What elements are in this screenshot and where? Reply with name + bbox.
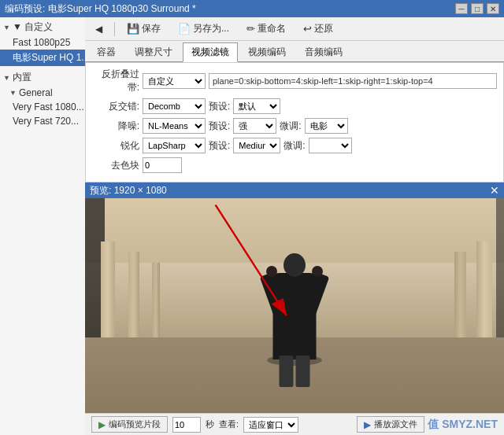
image-area <box>85 198 504 413</box>
play-source-label: 播放源文件 <box>374 418 417 430</box>
deinterlace-row: 反折叠过带: 自定义 <box>92 68 497 94</box>
figure-arm-left <box>260 271 290 318</box>
minimize-button[interactable]: ─ <box>455 3 468 14</box>
scene <box>85 198 504 413</box>
toolbar-separator-1 <box>114 22 115 36</box>
restore-button[interactable]: ↩ 还原 <box>296 20 340 38</box>
figure-hand-left <box>266 266 277 277</box>
deinterlace-select[interactable]: 自定义 <box>143 73 206 89</box>
tab-videocodec[interactable]: 视频编码 <box>239 42 295 61</box>
view-label: 查看: <box>219 418 239 430</box>
tab-container[interactable]: 容器 <box>88 42 124 61</box>
sharpen-preset-select[interactable]: Medium <box>233 138 280 153</box>
title-bar-controls: ─ □ ✕ <box>455 3 499 14</box>
sharpen-tune-label: 微调: <box>284 139 305 153</box>
preview-close-button[interactable]: ✕ <box>490 185 499 196</box>
toolbar: ◀ 💾 保存 📄 另存为... ✏ 重命名 ↩ 还原 <box>85 17 504 41</box>
deinterlace2-row: 反交错: Decomb 预设: 默认 <box>92 98 497 114</box>
sidebar-wrapper: ▼ ▼ 自定义 Fast 1080p25 电影Super HQ 1... ▼ 内… <box>0 17 85 435</box>
rename-label: 重命名 <box>258 22 286 35</box>
collapse-arrow-custom: ▼ <box>3 24 10 31</box>
saveas-button[interactable]: 📄 另存为... <box>171 20 236 38</box>
deblock-input[interactable] <box>143 157 182 173</box>
rename-icon: ✏ <box>246 23 255 35</box>
figure-leg-left <box>280 356 294 387</box>
saveas-label: 另存为... <box>193 22 229 35</box>
tab-audiocodec[interactable]: 音频编码 <box>296 42 351 61</box>
preview-bottom-left: ▶ 编码预览片段 秒 查看: 适应窗口 <box>91 416 298 433</box>
rename-button[interactable]: ✏ 重命名 <box>239 20 293 38</box>
encode-preview-button[interactable]: ▶ 编码预览片段 <box>91 416 168 433</box>
seconds-label: 秒 <box>206 418 214 430</box>
deinterlace2-preset-label: 预设: <box>209 100 230 113</box>
denoise-tune-select[interactable]: 电影 <box>305 118 348 134</box>
play-source-button[interactable]: ▶ 播放源文件 <box>357 416 424 433</box>
main-window: 编码预设: 电影Super HQ 1080p30 Surround * ─ □ … <box>0 0 504 435</box>
collapse-arrow-builtin: ▼ <box>3 74 10 82</box>
preview-title: 预览: 1920 × 1080 <box>90 184 167 197</box>
preview-window: 预览: 1920 × 1080 ✕ <box>85 182 504 435</box>
close-button[interactable]: ✕ <box>487 3 499 14</box>
denoise-select[interactable]: NL-Means <box>143 118 206 134</box>
restore-label: 还原 <box>314 22 333 35</box>
preview-bottom-right: ▶ 播放源文件 值 SMYZ.NET <box>357 416 498 433</box>
deinterlace2-preset-select[interactable]: 默认 <box>233 98 280 114</box>
collapse-arrow-general: ▼ <box>9 89 17 97</box>
sharpen-preset-label: 预设: <box>209 139 230 153</box>
denoise-label: 降噪: <box>92 120 139 133</box>
save-icon: 💾 <box>127 23 139 35</box>
deinterlace2-select[interactable]: Decomb <box>143 98 206 114</box>
deblock-label: 去色块 <box>92 159 139 172</box>
filter-panel: 反折叠过带: 自定义 反交错: Decomb 预设: 默认 <box>85 62 504 182</box>
content-area: ▼ ▼ 自定义 Fast 1080p25 电影Super HQ 1... ▼ 内… <box>0 17 504 435</box>
encode-preview-label: 编码预览片段 <box>109 418 161 430</box>
sharpen-select[interactable]: LapSharp <box>143 138 206 153</box>
saveas-icon: 📄 <box>178 23 191 35</box>
deinterlace-value[interactable] <box>209 73 497 89</box>
play-source-icon: ▶ <box>364 419 371 430</box>
watermark: 值 SMYZ.NET <box>428 418 498 432</box>
sharpen-label: 锐化 <box>92 139 139 153</box>
seconds-input[interactable] <box>172 417 201 433</box>
figure-arm-right <box>300 271 330 318</box>
denoise-preset-select[interactable]: 强 <box>233 118 276 134</box>
deinterlace-label: 反折叠过带: <box>92 68 139 94</box>
figure-hand-right <box>312 266 323 277</box>
back-icon: ◀ <box>95 24 102 35</box>
save-label: 保存 <box>142 22 161 35</box>
sharpen-tune-select[interactable] <box>309 138 352 153</box>
preview-title-bar: 预览: 1920 × 1080 ✕ <box>85 182 504 198</box>
tab-resize[interactable]: 调整尺寸 <box>126 42 181 61</box>
denoise-row: 降噪: NL-Means 预设: 强 微调: 电影 <box>92 118 497 134</box>
sharpen-row: 锐化 LapSharp 预设: Medium 微调: <box>92 138 497 153</box>
figure <box>263 234 326 359</box>
title-bar: 编码预设: 电影Super HQ 1080p30 Surround * ─ □ … <box>0 0 504 17</box>
sidebar-section-label-builtin: 内置 <box>13 71 32 84</box>
window-title: 编码预设: 电影Super HQ 1080p30 Surround * <box>5 2 196 16</box>
right-panel: ◀ 💾 保存 📄 另存为... ✏ 重命名 ↩ 还原 <box>85 17 504 435</box>
maximize-button[interactable]: □ <box>471 3 484 14</box>
deinterlace2-label: 反交错: <box>92 100 139 113</box>
view-select[interactable]: 适应窗口 <box>243 417 298 433</box>
deblock-row: 去色块 <box>92 157 497 173</box>
restore-icon: ↩ <box>303 23 312 35</box>
preview-bottom-bar: ▶ 编码预览片段 秒 查看: 适应窗口 ▶ 播放源文件 <box>85 413 504 435</box>
sidebar-section-label-general: General <box>19 87 53 98</box>
figure-body <box>273 273 317 359</box>
denoise-preset-label: 预设: <box>209 120 230 133</box>
tabs-bar: 容器 调整尺寸 视频滤镜 视频编码 音频编码 <box>85 41 504 62</box>
encode-play-icon: ▶ <box>98 419 106 430</box>
save-button[interactable]: 💾 保存 <box>120 20 168 38</box>
back-button[interactable]: ◀ <box>88 21 109 37</box>
denoise-tune-label: 微调: <box>280 120 301 133</box>
sidebar-section-label-custom: ▼ 自定义 <box>13 20 53 34</box>
figure-leg-right <box>296 356 310 387</box>
tab-videofilter[interactable]: 视频滤镜 <box>183 42 238 62</box>
figure-head <box>284 253 306 277</box>
